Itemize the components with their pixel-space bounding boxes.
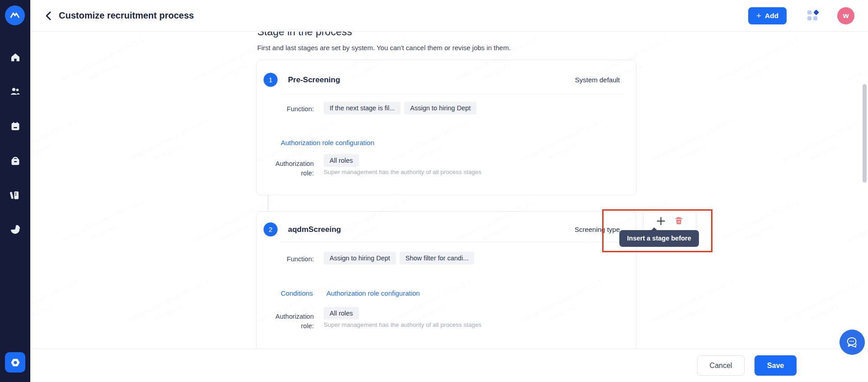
authorization-note: Super management has the authority of al… <box>324 321 481 328</box>
sidebar-item-reports[interactable] <box>10 224 20 235</box>
sidebar <box>0 0 30 382</box>
divider <box>281 94 623 94</box>
stage-number-badge: 1 <box>264 73 278 87</box>
vertical-scrollbar[interactable] <box>863 84 867 183</box>
stage-name: aqdmScreeing <box>288 225 341 234</box>
divider <box>281 242 623 242</box>
settings-nut-button[interactable] <box>5 352 25 373</box>
sidebar-item-home[interactable] <box>10 52 20 62</box>
stage-card-pre-screening: 1 Pre-Screening System default Function:… <box>256 60 637 195</box>
page-title: Customize recruitment process <box>59 10 194 21</box>
plus-icon: + <box>756 11 761 20</box>
authorization-role-configuration-link[interactable]: Authorization role configuration <box>326 289 420 297</box>
stage-number-badge: 2 <box>264 222 278 236</box>
sidebar-item-library[interactable] <box>10 190 20 200</box>
function-label: Function: <box>271 102 314 114</box>
conditions-link[interactable]: Conditions <box>281 289 313 297</box>
back-button[interactable] <box>42 10 54 22</box>
add-button[interactable]: + Add <box>748 7 787 24</box>
user-avatar[interactable]: w <box>837 7 854 24</box>
stage-name: Pre-Screening <box>288 75 340 85</box>
sidebar-item-jobs[interactable] <box>10 156 20 166</box>
function-tag: If the next stage is fil... <box>324 102 401 114</box>
function-tag: Assign to hiring Dept <box>324 252 396 264</box>
role-tag: All roles <box>324 307 359 320</box>
section-subheading: First and last stages are set by system.… <box>257 44 511 52</box>
sidebar-item-candidates[interactable] <box>10 86 20 97</box>
stage-type-label: System default <box>575 76 620 84</box>
authorization-role-label: Authorization role: <box>271 309 314 331</box>
footer-bar: Cancel Save <box>30 349 868 382</box>
delete-stage-icon[interactable] <box>675 217 683 225</box>
function-tag: Assign to hiring Dept <box>404 102 476 114</box>
add-button-label: Add <box>765 12 778 20</box>
function-tag: Show filter for candi... <box>400 252 474 264</box>
insert-stage-tooltip: Insert a stage before <box>619 230 699 247</box>
stage-connector-line <box>268 195 269 211</box>
authorization-role-label: Authorization role: <box>271 156 314 178</box>
sidebar-item-calendar[interactable] <box>10 121 20 131</box>
chat-feedback-button[interactable] <box>840 330 865 355</box>
stage-type-label: Screening type <box>575 226 620 233</box>
save-button[interactable]: Save <box>755 355 797 376</box>
role-tag: All roles <box>324 154 359 167</box>
apps-grid-icon[interactable] <box>807 10 818 21</box>
moka-logo-icon[interactable] <box>5 5 25 25</box>
authorization-role-configuration-link[interactable]: Authorization role configuration <box>281 139 374 146</box>
header: Customize recruitment process + Add w <box>30 0 868 32</box>
function-label: Function: <box>271 252 314 264</box>
authorization-note: Super management has the authority of al… <box>324 169 481 175</box>
cancel-button[interactable]: Cancel <box>697 355 745 376</box>
insert-stage-icon[interactable] <box>656 217 665 226</box>
app-window: wangyue1@mokah 2023-11-1wangyue1wangyue1… <box>0 0 868 382</box>
